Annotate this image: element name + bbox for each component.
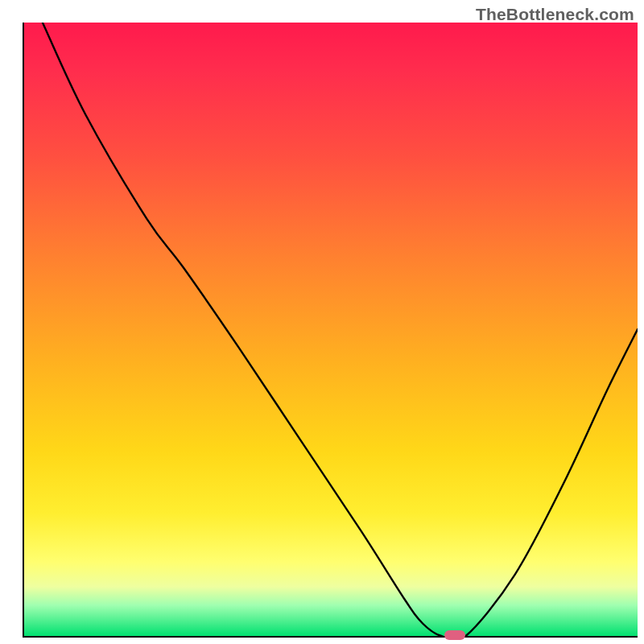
watermark-text: TheBottleneck.com — [476, 5, 634, 24]
chart-container: TheBottleneck.com — [0, 0, 644, 644]
bottleneck-curve — [24, 23, 638, 636]
optimum-marker — [444, 630, 465, 640]
plot-area — [23, 23, 638, 638]
